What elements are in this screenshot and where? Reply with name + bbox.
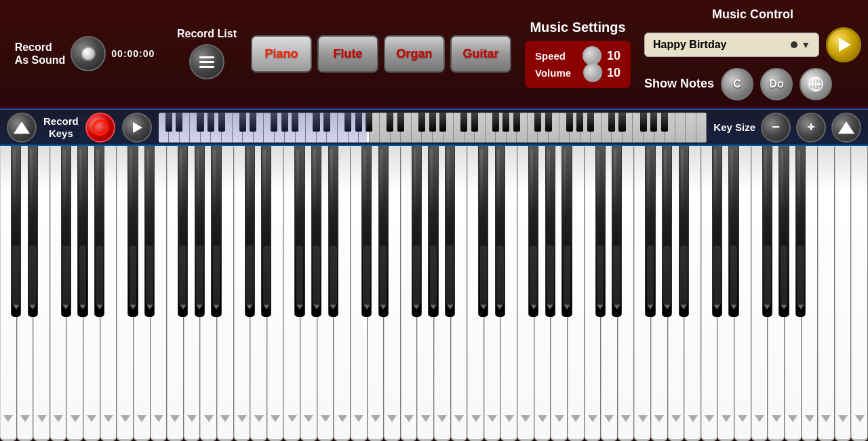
black-piano-key[interactable]: [645, 146, 655, 317]
black-piano-key[interactable]: [245, 146, 255, 317]
black-piano-key[interactable]: [712, 146, 722, 317]
mini-black-key[interactable]: [218, 113, 225, 132]
mini-black-key[interactable]: [239, 113, 246, 132]
black-piano-key[interactable]: [261, 146, 271, 317]
mini-black-key[interactable]: [650, 113, 657, 132]
mini-black-key[interactable]: [281, 113, 288, 132]
black-piano-key[interactable]: [211, 146, 221, 317]
black-piano-key[interactable]: [561, 146, 572, 317]
note-globe-button[interactable]: [800, 68, 832, 100]
mini-black-key[interactable]: [502, 113, 509, 132]
speed-slider[interactable]: [589, 52, 593, 59]
black-piano-key[interactable]: [445, 146, 455, 317]
black-piano-key[interactable]: [662, 146, 672, 317]
white-piano-key[interactable]: [851, 146, 868, 441]
mini-black-key[interactable]: [387, 113, 393, 132]
mini-black-key[interactable]: [534, 113, 541, 132]
mini-black-key[interactable]: [545, 113, 552, 132]
instrument-piano-btn[interactable]: Piano: [251, 35, 312, 73]
black-piano-key[interactable]: [495, 146, 505, 317]
black-piano-key[interactable]: [478, 146, 488, 317]
scroll-up-button[interactable]: [7, 113, 37, 142]
key-size-decrease-btn[interactable]: −: [761, 113, 791, 142]
black-piano-key[interactable]: [762, 146, 772, 317]
record-keys-button[interactable]: [85, 113, 115, 142]
note-do-button[interactable]: Do: [760, 68, 793, 100]
note-c-button[interactable]: C: [721, 68, 753, 100]
black-piano-key[interactable]: [178, 146, 188, 317]
black-piano-key[interactable]: [195, 146, 205, 317]
mini-black-key[interactable]: [197, 113, 203, 132]
mini-white-key[interactable]: [696, 113, 707, 142]
mini-black-key[interactable]: [513, 113, 520, 132]
song-selector[interactable]: Happy Birtday ▼: [644, 33, 819, 57]
instrument-organ-btn[interactable]: Organ: [384, 35, 445, 73]
black-piano-key[interactable]: [378, 146, 389, 317]
key-arrow-icon: [170, 415, 180, 422]
mini-black-key[interactable]: [492, 113, 499, 132]
mini-black-key[interactable]: [418, 113, 425, 132]
mini-black-key[interactable]: [587, 113, 594, 132]
play-song-button[interactable]: [826, 27, 861, 62]
mini-black-key[interactable]: [618, 113, 625, 132]
black-piano-key[interactable]: [328, 146, 338, 317]
black-piano-key[interactable]: [311, 146, 321, 317]
black-piano-key[interactable]: [94, 146, 104, 317]
mini-black-key[interactable]: [566, 113, 573, 132]
speed-knob[interactable]: [583, 46, 601, 65]
mini-black-key[interactable]: [313, 113, 319, 132]
mini-black-key[interactable]: [397, 113, 404, 132]
mini-black-key[interactable]: [576, 113, 583, 132]
mini-black-key[interactable]: [366, 113, 372, 132]
black-piano-key[interactable]: [144, 146, 155, 317]
black-piano-key[interactable]: [795, 146, 806, 317]
song-selector-icons: ▼: [791, 39, 810, 50]
white-piano-key[interactable]: [818, 146, 835, 441]
mini-black-key[interactable]: [661, 113, 668, 132]
black-piano-key[interactable]: [61, 146, 71, 317]
key-size-up-btn[interactable]: [831, 113, 861, 142]
black-piano-key[interactable]: [361, 146, 372, 317]
black-piano-key[interactable]: [77, 146, 87, 317]
mini-black-key[interactable]: [471, 113, 478, 132]
mini-black-key[interactable]: [429, 113, 436, 132]
black-piano-key[interactable]: [612, 146, 622, 317]
mini-black-key[interactable]: [176, 113, 182, 132]
mini-black-key[interactable]: [439, 113, 446, 132]
mini-black-key[interactable]: [292, 113, 298, 132]
mini-black-key[interactable]: [271, 113, 277, 132]
black-piano-key[interactable]: [679, 146, 689, 317]
volume-slider[interactable]: [589, 69, 593, 76]
mini-black-key[interactable]: [640, 113, 647, 132]
mini-white-key[interactable]: [686, 113, 696, 142]
black-piano-key[interactable]: [595, 146, 606, 317]
volume-knob[interactable]: [583, 63, 602, 82]
mini-black-key[interactable]: [460, 113, 467, 132]
mini-black-key[interactable]: [323, 113, 330, 132]
key-size-increase-btn[interactable]: +: [796, 113, 826, 142]
record-list-button[interactable]: [189, 44, 224, 79]
mini-black-key[interactable]: [344, 113, 351, 132]
mini-white-key[interactable]: [675, 113, 686, 142]
mini-black-key[interactable]: [355, 113, 362, 132]
black-piano-key[interactable]: [11, 146, 21, 317]
mini-black-key[interactable]: [250, 113, 256, 132]
mini-black-key[interactable]: [208, 113, 214, 132]
instrument-guitar-btn[interactable]: Guitar: [450, 35, 511, 73]
play-keys-button[interactable]: [122, 113, 152, 142]
black-piano-key[interactable]: [728, 146, 738, 317]
black-piano-key[interactable]: [545, 146, 555, 317]
white-piano-key[interactable]: [835, 146, 852, 441]
record-sound-button[interactable]: [71, 36, 106, 71]
black-piano-key[interactable]: [127, 146, 138, 317]
black-piano-key[interactable]: [294, 146, 304, 317]
instrument-flute-btn[interactable]: Flute: [317, 35, 378, 73]
black-piano-key[interactable]: [412, 146, 422, 317]
black-piano-key[interactable]: [428, 146, 438, 317]
mini-black-key[interactable]: [165, 113, 172, 132]
black-piano-key[interactable]: [778, 146, 789, 317]
key-arrow-icon: [505, 415, 514, 422]
black-piano-key[interactable]: [28, 146, 38, 317]
black-piano-key[interactable]: [528, 146, 538, 317]
mini-black-key[interactable]: [608, 113, 615, 132]
